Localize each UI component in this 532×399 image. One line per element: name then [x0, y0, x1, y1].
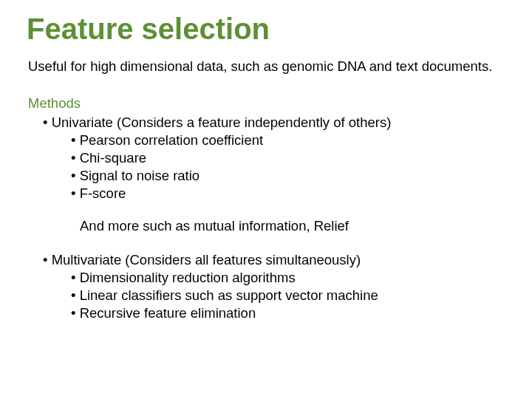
page-title: Feature selection	[27, 13, 505, 44]
multivariate-list: Dimensionality reduction algorithms Line…	[71, 270, 505, 321]
slide: Feature selection Useful for high dimens…	[0, 0, 532, 399]
univariate-list: Pearson correlation coefficient Chi-squa…	[71, 132, 505, 202]
list-item: F-score	[71, 185, 505, 202]
methods-label: Methods	[28, 95, 505, 112]
list-item: Recursive feature elimination	[71, 305, 505, 321]
list-item: Signal to noise ratio	[71, 168, 505, 184]
intro-text: Useful for high dimensional data, such a…	[28, 58, 505, 75]
list-item: Chi-square	[71, 150, 505, 166]
univariate-block: Univariate (Considers a feature independ…	[43, 115, 505, 202]
list-item: Pearson correlation coefficient	[71, 132, 505, 149]
multivariate-block: Multivariate (Considers all features sim…	[43, 252, 505, 321]
and-more-text: And more such as mutual information, Rel…	[80, 218, 505, 234]
univariate-heading: Univariate (Considers a feature independ…	[43, 115, 505, 131]
list-item: Dimensionality reduction algorithms	[71, 270, 505, 286]
list-item: Linear classifiers such as support vecto…	[71, 287, 505, 304]
multivariate-heading: Multivariate (Considers all features sim…	[43, 252, 505, 268]
